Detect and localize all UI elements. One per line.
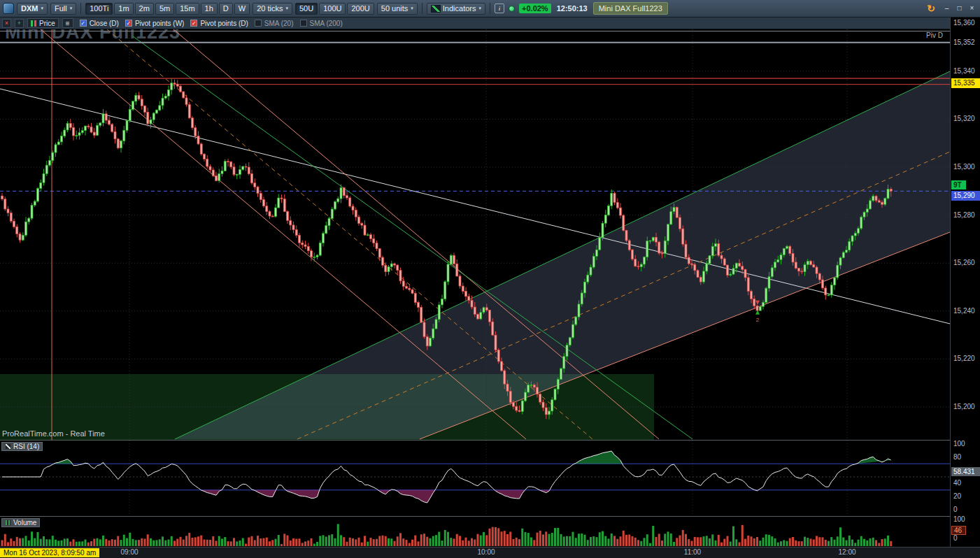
indicator-toggle-pivot-points-w[interactable]: ✓Pivot points (W): [125, 20, 185, 27]
restore-button[interactable]: □: [954, 3, 965, 14]
timeframe-button-group: 100Ti1m2m5m15m1hDW: [85, 3, 250, 15]
indicators-label: Indicators: [443, 4, 476, 13]
price-chart-canvas[interactable]: 2: [0, 29, 950, 440]
instrument-label: DXM: [21, 4, 38, 13]
rsi-label-chip[interactable]: RSI (14): [1, 442, 43, 451]
indicator-toggle-sma-20[interactable]: SMA (20): [255, 20, 294, 27]
indicator-label: Pivot points (W): [135, 20, 185, 27]
divider: [422, 3, 422, 14]
timeframe-button-2m[interactable]: 2m: [135, 3, 154, 15]
volume-value-label: 46: [951, 526, 966, 535]
session-start-label: Mon 16 Oct 2023, 8:09:50 am: [0, 548, 99, 557]
indicator-label: Pivot points (D): [200, 20, 248, 27]
list-icon-button[interactable]: ≡: [62, 18, 73, 28]
unit-button-group: 50U100U200U: [295, 3, 374, 15]
price-chart[interactable]: Mini DAX Full1223 2 Piv D ProRealTime.co…: [0, 29, 950, 440]
tick-countdown-badge: 9T: [951, 180, 966, 189]
timeframe-button-5m[interactable]: 5m: [155, 3, 174, 15]
price-axis-label-15320: 15,320: [953, 115, 975, 123]
volume-canvas[interactable]: [0, 517, 950, 547]
rsi-axis-label-20: 20: [953, 492, 961, 501]
time-label-1100: 11:00: [677, 548, 708, 556]
price-axis-label-15280: 15,280: [953, 211, 975, 220]
price-axis[interactable]: 15,36015,35215,34015,32015,30015,28015,2…: [950, 17, 980, 547]
list-icon: ≡: [66, 20, 70, 27]
price-axis-label-15220: 15,220: [953, 355, 975, 363]
candlestick-icon: [31, 20, 37, 27]
sync-icon[interactable]: ↻: [927, 3, 935, 14]
timeframe-button-1h[interactable]: 1h: [201, 3, 218, 15]
day-high-price-label: 15,335: [951, 78, 980, 88]
time-label-0900: 09:00: [114, 548, 145, 556]
unit-button-200u[interactable]: 200U: [347, 3, 374, 15]
change-percent-badge: +0.02%: [519, 3, 551, 13]
minimize-button[interactable]: –: [942, 3, 952, 14]
rsi-axis-label-80: 80: [953, 453, 961, 462]
volume-label-chip[interactable]: Volume: [1, 518, 40, 527]
clock: 12:50:13: [557, 4, 588, 13]
price-axis-label-15352: 15,352: [953, 38, 975, 47]
volume-panel[interactable]: Volume: [0, 516, 950, 547]
time-label-1200: 12:00: [832, 548, 862, 556]
svg-text:2: 2: [756, 317, 760, 323]
indicator-toggle-close-d[interactable]: ✓Close (D): [80, 20, 119, 27]
ticks-dropdown[interactable]: 20 ticks▾: [253, 3, 292, 15]
time-axis[interactable]: Mon 16 Oct 2023, 8:09:50 am 09:0010:0011…: [0, 547, 980, 558]
toolbar-left-group: DXM▾ Full▾ 100Ti1m2m5m15m1hDW 20 ticks▾ …: [3, 0, 668, 17]
time-label-1000: 10:00: [471, 548, 502, 556]
indicator-toggle-sma-200[interactable]: SMA (200): [300, 20, 343, 27]
units-label: 50 units: [381, 4, 409, 13]
divider: [490, 3, 490, 14]
chart-tab[interactable]: Mini DAX Full1223: [593, 2, 668, 15]
timeframe-button-d[interactable]: D: [219, 3, 233, 15]
units-dropdown[interactable]: 50 units▾: [377, 3, 418, 15]
price-axis-label-15260: 15,260: [953, 259, 975, 267]
rsi-axis-label-0: 0: [953, 506, 958, 514]
price-axis-label-15360: 15,360: [953, 19, 975, 27]
indicator-toggle-pivot-points-d[interactable]: ✓Pivot points (D): [190, 20, 248, 27]
trading-app-window: DXM▾ Full▾ 100Ti1m2m5m15m1hDW 20 ticks▾ …: [0, 0, 980, 558]
checkbox-icon[interactable]: ✓: [190, 20, 197, 27]
indicator-toolbar: × + Price ≡ ✓Close (D)✓Pivot points (W)✓…: [0, 17, 950, 29]
timeframe-button-15m[interactable]: 15m: [176, 3, 199, 15]
indicator-toggle-group: ✓Close (D)✓Pivot points (W)✓Pivot points…: [80, 20, 343, 27]
timeframe-button-w[interactable]: W: [234, 3, 250, 15]
window-controls: ↻ – □ ×: [927, 3, 977, 14]
indicators-menu[interactable]: Indicators▾: [427, 3, 485, 15]
timeframe-button-100ti[interactable]: 100Ti: [85, 3, 113, 15]
unit-button-100u[interactable]: 100U: [319, 3, 346, 15]
provider-credit: ProRealTime.com - Real Time: [2, 429, 105, 438]
checkbox-icon[interactable]: ✓: [80, 20, 87, 27]
top-toolbar: DXM▾ Full▾ 100Ti1m2m5m15m1hDW 20 ticks▾ …: [0, 0, 980, 17]
view-mode-dropdown[interactable]: Full▾: [50, 3, 76, 15]
rsi-canvas[interactable]: [0, 441, 950, 516]
app-logo-icon[interactable]: [3, 3, 14, 14]
add-icon[interactable]: +: [15, 19, 24, 28]
price-series-chip[interactable]: Price: [27, 18, 59, 28]
volume-icon: [5, 520, 11, 526]
rsi-icon: [5, 443, 11, 450]
remove-icon[interactable]: ×: [2, 19, 11, 28]
checkbox-icon[interactable]: [255, 20, 262, 27]
rsi-axis-label-40: 40: [953, 479, 961, 487]
indicator-label: SMA (20): [264, 20, 294, 27]
close-button[interactable]: ×: [967, 3, 977, 14]
checkbox-icon[interactable]: ✓: [125, 20, 132, 27]
checkbox-icon[interactable]: [300, 20, 307, 27]
chevron-down-icon: ▾: [411, 6, 413, 11]
price-axis-label-15200: 15,200: [953, 403, 975, 411]
chevron-down-icon: ▾: [70, 6, 73, 11]
chevron-down-icon: ▾: [285, 6, 288, 11]
unit-button-50u[interactable]: 50U: [295, 3, 318, 15]
chevron-down-icon: ▾: [479, 6, 482, 11]
info-button[interactable]: i: [495, 3, 504, 13]
rsi-label: RSI (14): [13, 443, 39, 450]
instrument-dropdown[interactable]: DXM▾: [17, 3, 48, 15]
volume-axis-label-100: 100: [953, 515, 965, 524]
pivot-day-label: Piv D: [926, 31, 943, 39]
price-series-label: Price: [39, 20, 55, 27]
chevron-down-icon: ▾: [41, 6, 43, 11]
rsi-panel[interactable]: RSI (14): [0, 440, 950, 516]
timeframe-button-1m[interactable]: 1m: [114, 3, 133, 15]
indicators-icon: [431, 5, 441, 13]
